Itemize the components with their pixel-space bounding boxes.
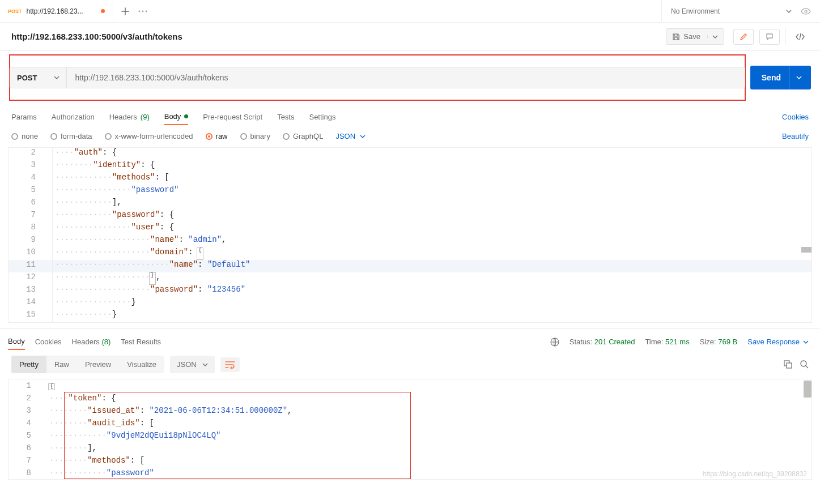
- tab-body[interactable]: Body: [164, 109, 189, 125]
- more-icon[interactable]: [138, 10, 147, 12]
- response-body-editor[interactable]: https://blog.csdn.net/qq_39208832 1{2···…: [8, 379, 812, 480]
- beautify-link[interactable]: Beautify: [782, 132, 809, 140]
- method-selector[interactable]: POST: [10, 67, 67, 88]
- plus-icon[interactable]: [121, 7, 129, 15]
- cookies-link[interactable]: Cookies: [782, 113, 809, 121]
- code-line[interactable]: 12····················},: [9, 272, 811, 285]
- svg-point-3: [805, 10, 807, 12]
- code-line[interactable]: 10····················"domain": {: [9, 247, 811, 260]
- request-tab[interactable]: POST http://192.168.23...: [0, 0, 113, 22]
- code-line[interactable]: 8················"user": {: [9, 223, 811, 235]
- bodytype-none[interactable]: none: [11, 132, 38, 140]
- code-panel-toggle[interactable]: [785, 28, 814, 45]
- radio-icon: [206, 133, 213, 140]
- code-line[interactable]: 8············"password": [9, 467, 811, 479]
- code-line[interactable]: 5················"password": [9, 185, 811, 198]
- view-preview[interactable]: Preview: [77, 356, 119, 373]
- tab-tests[interactable]: Tests: [277, 109, 294, 125]
- save-button[interactable]: Save: [666, 28, 724, 45]
- svg-point-1: [142, 10, 144, 12]
- wrap-icon: [225, 361, 235, 369]
- send-caret[interactable]: [789, 66, 802, 89]
- resp-tab-cookies[interactable]: Cookies: [35, 334, 62, 349]
- save-response-dropdown[interactable]: Save Response: [747, 338, 809, 346]
- bodytype-formdata-label: form-data: [61, 132, 92, 140]
- code-line[interactable]: 14················}: [9, 297, 811, 310]
- code-line[interactable]: 1{: [9, 379, 811, 392]
- bodytype-formdata[interactable]: form-data: [50, 132, 92, 140]
- save-caret[interactable]: [707, 35, 718, 39]
- tab-params[interactable]: Params: [11, 109, 37, 125]
- code-line[interactable]: 15············}: [9, 310, 811, 322]
- request-body-editor[interactable]: 2····"auth": {3········"identity": {4···…: [8, 147, 812, 323]
- tab-body-label: Body: [164, 112, 181, 121]
- code-line[interactable]: 5············"9vdjeM2dQEui18pNlOC4LQ": [9, 429, 811, 442]
- bodytype-graphql[interactable]: GraphQL: [283, 132, 323, 140]
- edit-button[interactable]: [733, 29, 754, 45]
- eye-icon[interactable]: [801, 8, 811, 15]
- time-block: Time: 521 ms: [645, 338, 689, 346]
- raw-format-dropdown[interactable]: JSON: [335, 132, 366, 140]
- code-line[interactable]: 11························"name": "Defau…: [9, 260, 811, 272]
- code-line[interactable]: 3········"issued_at": "2021-06-06T12:34:…: [9, 404, 811, 417]
- bodytype-xwww[interactable]: x-www-form-urlencoded: [105, 132, 193, 140]
- bodytype-binary-label: binary: [250, 132, 270, 140]
- resp-tab-results[interactable]: Test Results: [121, 334, 161, 349]
- globe-icon[interactable]: [550, 338, 559, 347]
- url-input[interactable]: [67, 67, 744, 88]
- code-line[interactable]: 2····"auth": {: [9, 148, 811, 160]
- radio-icon: [240, 133, 247, 140]
- resp-tab-headers[interactable]: Headers (8): [72, 334, 111, 349]
- url-row: POST Send: [0, 51, 820, 104]
- code-line[interactable]: 2····"token": {: [9, 392, 811, 404]
- code-line[interactable]: 6········],: [9, 442, 811, 454]
- tab-headers[interactable]: Headers (9): [109, 109, 150, 125]
- resp-headers-label: Headers: [72, 338, 100, 346]
- view-visualize[interactable]: Visualize: [119, 356, 164, 373]
- view-mode-group: Pretty Raw Preview Visualize: [11, 356, 164, 373]
- pencil-icon: [740, 33, 747, 41]
- tab-authorization[interactable]: Authorization: [52, 109, 95, 125]
- wrap-toggle[interactable]: [220, 357, 240, 372]
- copy-icon[interactable]: [784, 360, 792, 369]
- code-line[interactable]: 4········"audit_ids": [: [9, 417, 811, 429]
- search-icon[interactable]: [800, 360, 809, 369]
- tab-settings[interactable]: Settings: [309, 109, 335, 125]
- code-line[interactable]: 4············"methods": [: [9, 173, 811, 185]
- environment-selector[interactable]: No Environment: [661, 0, 820, 22]
- tab-prerequest[interactable]: Pre-request Script: [203, 109, 262, 125]
- status-block: Status: 201 Created: [570, 338, 635, 346]
- code-line[interactable]: 9····················"name": "admin",: [9, 235, 811, 247]
- tab-bar: POST http://192.168.23... No Environment: [0, 0, 820, 23]
- code-line[interactable]: 3········"identity": {: [9, 160, 811, 173]
- send-button[interactable]: Send: [750, 66, 811, 89]
- code-line[interactable]: 7············"password": {: [9, 210, 811, 223]
- radio-icon: [105, 133, 112, 140]
- radio-icon: [50, 133, 57, 140]
- chevron-down-icon: [786, 10, 792, 13]
- svg-rect-6: [787, 363, 792, 368]
- response-format-dropdown[interactable]: JSON: [170, 356, 215, 373]
- code-line[interactable]: 13····················"password": "12345…: [9, 285, 811, 297]
- comment-button[interactable]: [759, 29, 780, 45]
- request-header: http://192.168.233.100:5000/v3/auth/toke…: [0, 23, 820, 51]
- bodytype-binary[interactable]: binary: [240, 132, 270, 140]
- code-line[interactable]: 7········"methods": [: [9, 454, 811, 467]
- method-value: POST: [17, 74, 37, 82]
- url-highlight-box: POST: [9, 54, 746, 101]
- send-label: Send: [762, 73, 781, 82]
- environment-label: No Environment: [671, 7, 780, 15]
- resp-tab-body[interactable]: Body: [8, 334, 25, 350]
- code-line[interactable]: 6············],: [9, 198, 811, 210]
- view-pretty[interactable]: Pretty: [11, 356, 46, 373]
- response-header: Body Cookies Headers (8) Test Results St…: [0, 328, 820, 350]
- chevron-down-icon: [803, 340, 809, 344]
- headers-count: (9): [141, 113, 150, 121]
- tab-title: http://192.168.23...: [27, 7, 96, 15]
- view-raw[interactable]: Raw: [46, 356, 77, 373]
- bodytype-raw[interactable]: raw: [206, 132, 228, 140]
- status-value: 201 Created: [594, 338, 635, 346]
- unsaved-indicator-icon: [101, 9, 105, 13]
- bodytype-raw-label: raw: [216, 132, 228, 140]
- bodytype-none-label: none: [22, 132, 38, 140]
